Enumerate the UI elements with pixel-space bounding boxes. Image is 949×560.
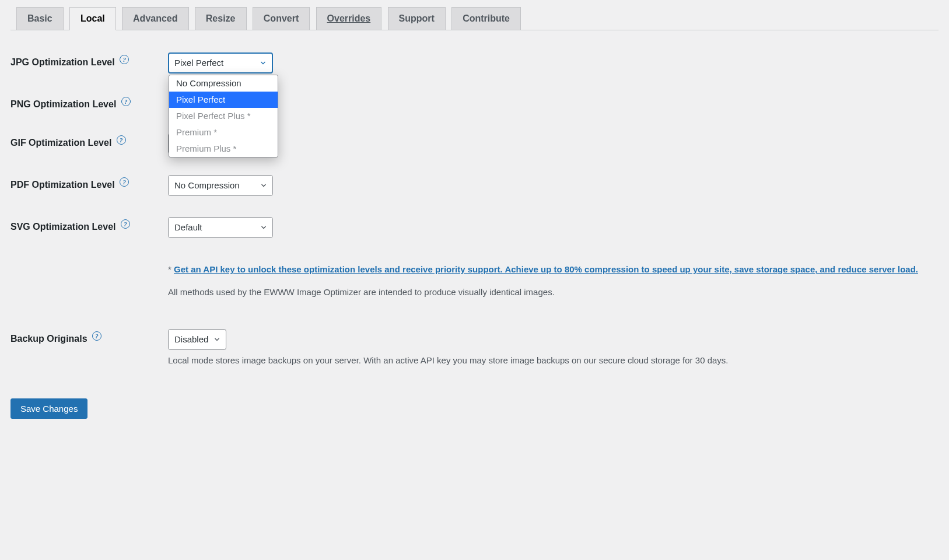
svg-level-select[interactable]: Default [168, 217, 273, 238]
png-level-label: PNG Optimization Level ? [10, 84, 162, 123]
backup-select[interactable]: Disabled [168, 329, 226, 350]
svg-level-label: SVG Optimization Level ? [10, 206, 162, 249]
pdf-level-label: PDF Optimization Level ? [10, 164, 162, 206]
tab-overrides[interactable]: Overrides [316, 7, 382, 30]
jpg-level-label: JPG Optimization Level ? [10, 42, 162, 84]
option-premium[interactable]: Premium * [169, 124, 278, 141]
help-icon[interactable]: ? [120, 55, 129, 64]
jpg-level-dropdown: No Compression Pixel Perfect Pixel Perfe… [169, 75, 278, 158]
jpg-level-value: Pixel Perfect [174, 58, 223, 68]
tab-support[interactable]: Support [388, 7, 446, 30]
help-icon[interactable]: ? [117, 135, 126, 145]
chevron-down-icon [260, 181, 268, 190]
api-key-link[interactable]: Get an API key to unlock these optimizat… [174, 264, 918, 274]
pdf-level-select[interactable]: No Compression [168, 175, 273, 196]
backup-description: Local mode stores image backups on your … [168, 354, 933, 368]
option-premium-plus[interactable]: Premium Plus * [169, 141, 278, 157]
jpg-level-select[interactable]: Pixel Perfect No Compression Pixel Perfe… [168, 52, 273, 74]
tab-basic[interactable]: Basic [16, 7, 64, 30]
tab-convert[interactable]: Convert [253, 7, 310, 30]
save-changes-button[interactable]: Save Changes [10, 398, 87, 419]
help-icon[interactable]: ? [121, 97, 131, 106]
chevron-down-icon [260, 223, 268, 232]
gif-level-label: GIF Optimization Level ? [10, 123, 162, 164]
tab-local[interactable]: Local [69, 7, 116, 30]
tab-bar: Basic Local Advanced Resize Convert Over… [10, 7, 939, 30]
chevron-down-icon [213, 335, 221, 344]
option-no-compression[interactable]: No Compression [169, 75, 278, 92]
tab-contribute[interactable]: Contribute [451, 7, 521, 30]
option-pixel-perfect[interactable]: Pixel Perfect [169, 92, 278, 108]
option-pixel-perfect-plus[interactable]: Pixel Perfect Plus * [169, 108, 278, 124]
backup-value: Disabled [174, 334, 208, 344]
chevron-down-icon [259, 59, 267, 67]
help-icon[interactable]: ? [121, 219, 130, 229]
help-icon[interactable]: ? [120, 177, 129, 187]
pdf-level-value: No Compression [174, 180, 240, 190]
methods-note: All methods used by the EWWW Image Optim… [168, 285, 933, 299]
backup-label: Backup Originals ? [10, 318, 162, 387]
api-key-note: * Get an API key to unlock these optimiz… [168, 262, 933, 276]
svg-level-value: Default [174, 222, 202, 232]
help-icon[interactable]: ? [92, 331, 101, 341]
tab-advanced[interactable]: Advanced [122, 7, 188, 30]
tab-resize[interactable]: Resize [195, 7, 247, 30]
